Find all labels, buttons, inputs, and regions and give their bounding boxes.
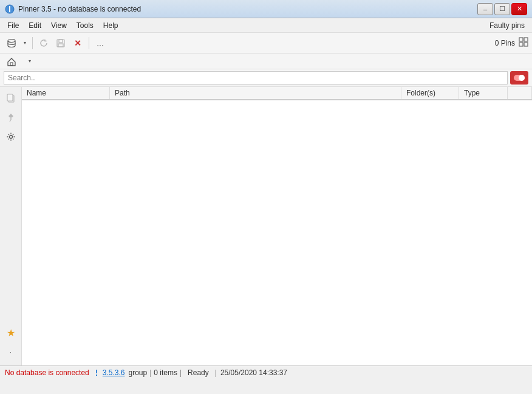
svg-rect-6 bbox=[519, 38, 523, 41]
search-bar bbox=[0, 69, 532, 87]
col-header-extra[interactable] bbox=[508, 87, 532, 99]
star-icon: ★ bbox=[7, 327, 15, 339]
status-items: 0 items bbox=[154, 368, 177, 377]
delete-icon: ✕ bbox=[74, 38, 81, 48]
search-input[interactable] bbox=[4, 71, 508, 85]
svg-point-15 bbox=[9, 136, 12, 139]
app-icon bbox=[5, 4, 15, 14]
more-icon: ... bbox=[97, 38, 104, 48]
menu-help[interactable]: Help bbox=[98, 19, 123, 32]
maximize-button[interactable]: ☐ bbox=[494, 3, 510, 15]
pin-icon bbox=[6, 112, 16, 122]
table-container: Name Path Folder(s) Type bbox=[22, 87, 532, 365]
menu-file[interactable]: File bbox=[2, 19, 24, 32]
toggle-track bbox=[514, 75, 525, 81]
pin-dropdown-arrow: ▾ bbox=[29, 58, 31, 64]
svg-rect-9 bbox=[524, 43, 528, 46]
copy-button bbox=[2, 89, 19, 106]
db-dropdown-button[interactable]: ▾ bbox=[21, 35, 29, 51]
minimize-button[interactable]: – bbox=[477, 3, 493, 15]
db-error-label: No database is connected bbox=[5, 368, 89, 377]
sidebar: ★ · bbox=[0, 87, 22, 365]
settings-button[interactable] bbox=[2, 128, 19, 145]
pin-indicator-row: ▾ bbox=[0, 54, 532, 69]
separator-2 bbox=[89, 37, 89, 49]
menu-edit[interactable]: Edit bbox=[24, 19, 46, 32]
svg-rect-8 bbox=[519, 43, 523, 46]
col-header-folders[interactable]: Folder(s) bbox=[401, 87, 459, 99]
status-ready: Ready bbox=[188, 368, 209, 377]
search-toggle-button[interactable] bbox=[510, 71, 528, 85]
col-header-path[interactable]: Path bbox=[110, 87, 401, 99]
close-button[interactable]: ✕ bbox=[511, 3, 527, 15]
faulty-pins-label: Faulty pins bbox=[489, 21, 530, 30]
menu-bar: File Edit View Tools Help Faulty pins bbox=[0, 18, 532, 33]
status-datetime: 25/05/2020 14:33:37 bbox=[220, 368, 287, 377]
svg-point-16 bbox=[96, 375, 97, 376]
toolbar-right: 0 Pins bbox=[495, 37, 528, 49]
refresh-button bbox=[36, 35, 52, 51]
home-button[interactable] bbox=[4, 54, 19, 69]
db-icon bbox=[7, 38, 16, 48]
table-header: Name Path Folder(s) Type bbox=[22, 87, 532, 100]
dot-button[interactable]: · bbox=[2, 344, 19, 361]
pin-item-button bbox=[2, 109, 19, 126]
version-link[interactable]: 3.5.3.6 bbox=[103, 368, 125, 377]
copy-icon bbox=[6, 93, 16, 103]
star-button[interactable]: ★ bbox=[2, 324, 19, 341]
menu-view[interactable]: View bbox=[46, 19, 72, 32]
pins-count: 0 Pins bbox=[495, 39, 515, 47]
svg-rect-10 bbox=[10, 63, 13, 66]
window-title: Pinner 3.5 - no database is connected bbox=[18, 5, 141, 13]
separator-1 bbox=[32, 37, 33, 49]
col-header-type[interactable]: Type bbox=[459, 87, 508, 99]
save-button bbox=[53, 35, 69, 51]
main-container: ★ · Name Path Folder(s) Type bbox=[0, 87, 532, 365]
svg-rect-4 bbox=[59, 40, 63, 43]
toolbar: ▾ ✕ ... 0 Pins bbox=[0, 33, 532, 54]
pin-dropdown-button[interactable]: ▾ bbox=[22, 54, 38, 69]
dot-icon: · bbox=[10, 349, 12, 356]
grid-icon bbox=[519, 37, 528, 47]
svg-point-2 bbox=[8, 39, 15, 42]
window-controls[interactable]: – ☐ ✕ bbox=[477, 3, 527, 15]
status-group: group bbox=[128, 368, 147, 377]
more-button[interactable]: ... bbox=[92, 35, 108, 51]
svg-rect-12 bbox=[7, 94, 13, 101]
grid-view-button[interactable] bbox=[519, 37, 528, 49]
db-button[interactable] bbox=[4, 35, 19, 51]
refresh-icon bbox=[39, 38, 49, 48]
version-icon bbox=[93, 368, 100, 377]
table-body[interactable] bbox=[22, 100, 532, 365]
status-bar: No database is connected 3.5.3.6 group |… bbox=[0, 365, 532, 379]
svg-rect-7 bbox=[524, 38, 528, 41]
col-header-name[interactable]: Name bbox=[22, 87, 110, 99]
menu-tools[interactable]: Tools bbox=[72, 19, 98, 32]
save-icon bbox=[56, 38, 66, 48]
db-dropdown-arrow: ▾ bbox=[24, 40, 26, 46]
delete-button[interactable]: ✕ bbox=[70, 35, 86, 51]
svg-rect-5 bbox=[58, 44, 63, 47]
title-bar: Pinner 3.5 - no database is connected – … bbox=[0, 0, 532, 18]
gear-icon bbox=[6, 132, 16, 142]
toggle-thumb bbox=[519, 75, 525, 81]
svg-line-14 bbox=[10, 120, 11, 122]
home-icon bbox=[7, 57, 16, 66]
